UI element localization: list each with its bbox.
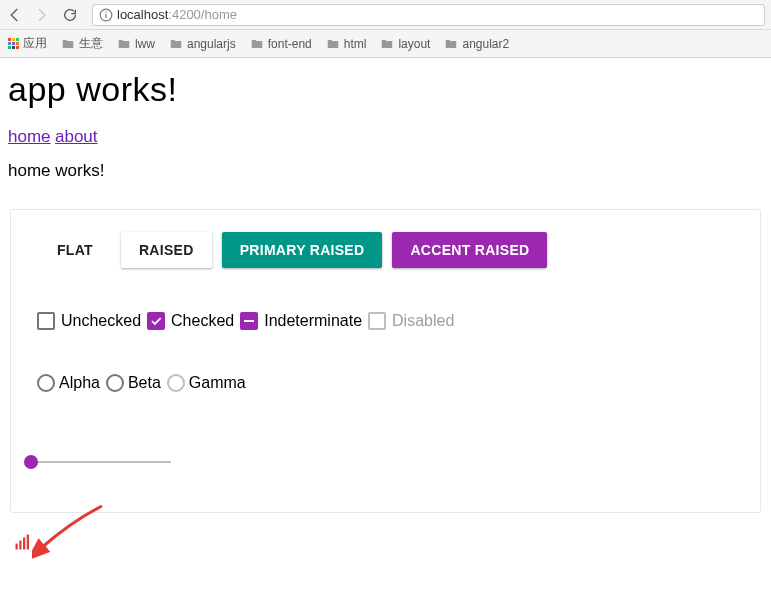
- chart-icon: [14, 537, 32, 554]
- checkbox-indeterminate-icon: [240, 312, 258, 330]
- checkbox-box-icon: [37, 312, 55, 330]
- radio-icon: [37, 374, 55, 392]
- route-text: home works!: [8, 161, 763, 181]
- checkbox-disabled: Disabled: [368, 312, 454, 330]
- radio-icon: [167, 374, 185, 392]
- about-link[interactable]: about: [55, 127, 98, 146]
- svg-point-2: [105, 11, 106, 12]
- bookmark-folder[interactable]: layout: [380, 37, 430, 51]
- url-bar[interactable]: localhost:4200/home: [92, 4, 765, 26]
- page-title: app works!: [8, 70, 763, 109]
- reload-button[interactable]: [62, 7, 78, 23]
- apps-icon: [8, 38, 19, 49]
- arrow-right-icon: [32, 6, 50, 24]
- primary-raised-button[interactable]: PRIMARY RAISED: [222, 232, 383, 268]
- radio-label: Alpha: [59, 374, 100, 392]
- checkbox-indeterminate[interactable]: Indeterminate: [240, 312, 362, 330]
- forward-button[interactable]: [32, 6, 50, 24]
- nav-links: home about: [8, 127, 763, 147]
- slider-track: [31, 461, 171, 463]
- apps-label: 应用: [23, 35, 47, 52]
- arrow-left-icon: [6, 6, 24, 24]
- slider-container: [31, 452, 740, 472]
- bookmark-label: html: [344, 37, 367, 51]
- checkbox-row: Unchecked Checked Indeterminate Disabled: [31, 312, 740, 330]
- checkbox-label: Indeterminate: [264, 312, 362, 330]
- svg-rect-4: [19, 541, 21, 550]
- folder-icon: [169, 37, 183, 51]
- bookmarks-bar: 应用 生意 lww angularjs font-end html layout…: [0, 30, 771, 58]
- apps-button[interactable]: 应用: [8, 35, 47, 52]
- checkbox-label: Checked: [171, 312, 234, 330]
- svg-rect-6: [27, 535, 29, 550]
- folder-icon: [380, 37, 394, 51]
- checkbox-label: Unchecked: [61, 312, 141, 330]
- footer: [8, 513, 763, 595]
- radio-icon: [106, 374, 124, 392]
- button-row: FLAT RAISED PRIMARY RAISED ACCENT RAISED: [31, 232, 740, 268]
- raised-button[interactable]: RAISED: [121, 232, 212, 268]
- radio-beta[interactable]: Beta: [106, 374, 161, 392]
- browser-toolbar: localhost:4200/home: [0, 0, 771, 30]
- bookmark-label: lww: [135, 37, 155, 51]
- url-host: localhost: [117, 7, 168, 22]
- bookmark-folder[interactable]: angularjs: [169, 37, 236, 51]
- reload-icon: [62, 7, 78, 23]
- back-button[interactable]: [6, 6, 24, 24]
- checkbox-checked-icon: [147, 312, 165, 330]
- bookmark-label: 生意: [79, 35, 103, 52]
- url-rest: :4200/home: [168, 7, 237, 22]
- accent-raised-button[interactable]: ACCENT RAISED: [392, 232, 547, 268]
- info-icon: [99, 8, 113, 22]
- radio-label: Beta: [128, 374, 161, 392]
- bookmark-folder[interactable]: lww: [117, 37, 155, 51]
- folder-icon: [117, 37, 131, 51]
- slider[interactable]: [31, 452, 171, 472]
- bookmark-folder[interactable]: angular2: [444, 37, 509, 51]
- folder-icon: [326, 37, 340, 51]
- bookmark-folder[interactable]: 生意: [61, 35, 103, 52]
- radio-gamma[interactable]: Gamma: [167, 374, 246, 392]
- bookmark-label: font-end: [268, 37, 312, 51]
- radio-row: Alpha Beta Gamma: [31, 374, 740, 392]
- checkbox-checked[interactable]: Checked: [147, 312, 234, 330]
- bookmark-folder[interactable]: html: [326, 37, 367, 51]
- bookmark-label: angularjs: [187, 37, 236, 51]
- checkbox-disabled-icon: [368, 312, 386, 330]
- slider-thumb[interactable]: [24, 455, 38, 469]
- radio-label: Gamma: [189, 374, 246, 392]
- flat-button[interactable]: FLAT: [39, 232, 111, 268]
- folder-icon: [444, 37, 458, 51]
- folder-icon: [61, 37, 75, 51]
- checkbox-unchecked[interactable]: Unchecked: [37, 312, 141, 330]
- page-content: app works! home about home works! FLAT R…: [0, 58, 771, 605]
- bookmark-label: layout: [398, 37, 430, 51]
- demo-card: FLAT RAISED PRIMARY RAISED ACCENT RAISED…: [10, 209, 761, 513]
- svg-rect-3: [16, 544, 18, 550]
- checkbox-label: Disabled: [392, 312, 454, 330]
- radio-alpha[interactable]: Alpha: [37, 374, 100, 392]
- home-link[interactable]: home: [8, 127, 51, 146]
- svg-rect-5: [23, 538, 25, 550]
- bookmark-folder[interactable]: font-end: [250, 37, 312, 51]
- folder-icon: [250, 37, 264, 51]
- bookmark-label: angular2: [462, 37, 509, 51]
